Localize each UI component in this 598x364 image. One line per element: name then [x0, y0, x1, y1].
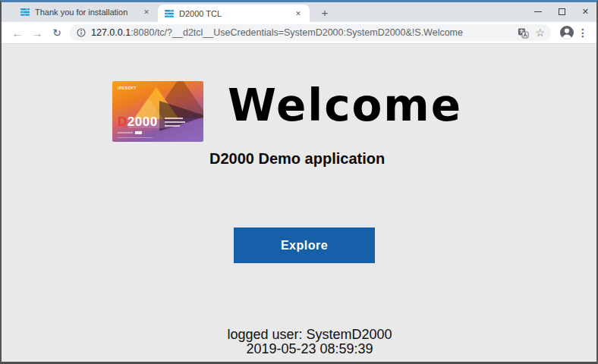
- d2000-wordmark: D2000: [118, 115, 158, 130]
- logo-fineprint-line: [118, 137, 153, 138]
- page-subtitle: D2000 Demo application: [209, 150, 385, 168]
- browser-window: Thank you for installation ✕ D2000 TCL ✕…: [0, 0, 598, 364]
- logo-fineprint-line: [165, 121, 185, 123]
- d2000-product-logo: IPESOFT D2000: [112, 81, 203, 142]
- minimize-button[interactable]: [534, 11, 542, 12]
- page-title: Welcome: [228, 83, 462, 127]
- tab-thank-you-for-installation[interactable]: Thank you for installation ✕: [14, 2, 158, 22]
- tab-strip: Thank you for installation ✕ D2000 TCL ✕…: [2, 2, 596, 22]
- tab-d2000-tcl[interactable]: D2000 TCL ✕: [158, 5, 310, 22]
- page-info-icon[interactable]: [76, 27, 87, 38]
- tab-close-button[interactable]: ✕: [293, 8, 304, 19]
- translate-icon[interactable]: [518, 27, 529, 39]
- explore-button[interactable]: Explore: [234, 228, 375, 263]
- session-timestamp: 2019-05-23 08:59:39: [23, 342, 596, 356]
- ipesoft-brand-label: IPESOFT: [118, 86, 137, 90]
- url-text: 127.0.0.1:8080/tc/?__d2tcl__UseCredentia…: [91, 27, 511, 38]
- bookmark-star-icon[interactable]: ☆: [535, 27, 545, 38]
- logo-version-badge: [135, 131, 142, 134]
- new-tab-button[interactable]: +: [317, 5, 332, 20]
- back-button[interactable]: ←: [8, 27, 27, 39]
- tab-close-button[interactable]: ✕: [141, 7, 152, 17]
- d2000-favicon-icon: [164, 8, 175, 19]
- tab-title: D2000 TCL: [179, 9, 288, 18]
- d2000-favicon-icon: [20, 7, 30, 17]
- logged-user-text: logged user: SystemD2000: [23, 328, 596, 342]
- url-path: :8080/tc/?__d2tcl__UseCredentials=System…: [131, 27, 463, 38]
- profile-avatar-icon[interactable]: [559, 24, 575, 41]
- session-info: logged user: SystemD2000 2019-05-23 08:5…: [23, 328, 596, 356]
- window-controls: ✕: [534, 2, 592, 20]
- d2000-wordmark-number: 2000: [127, 115, 158, 129]
- logo-fineprint-line: [165, 125, 180, 127]
- url-host: 127.0.0.1: [91, 27, 131, 38]
- d2000-wordmark-letter: D: [118, 115, 127, 129]
- window-close-button[interactable]: ✕: [582, 8, 589, 15]
- reload-button[interactable]: ↻: [47, 27, 67, 39]
- page-content: IPESOFT D2000 Welcome D2000 Demo applica…: [2, 44, 596, 362]
- maximize-button[interactable]: [559, 8, 565, 15]
- browser-menu-icon[interactable]: ⋮: [575, 27, 590, 39]
- tab-title: Thank you for installation: [35, 8, 137, 17]
- forward-button[interactable]: →: [27, 27, 47, 39]
- logo-fineprint-line: [118, 132, 133, 133]
- browser-toolbar: ← → ↻ 127.0.0.1:8080/tc/?__d2tcl__UseCre…: [2, 22, 596, 44]
- logo-fineprint-line: [165, 118, 183, 119]
- address-bar[interactable]: 127.0.0.1:8080/tc/?__d2tcl__UseCredentia…: [70, 24, 551, 41]
